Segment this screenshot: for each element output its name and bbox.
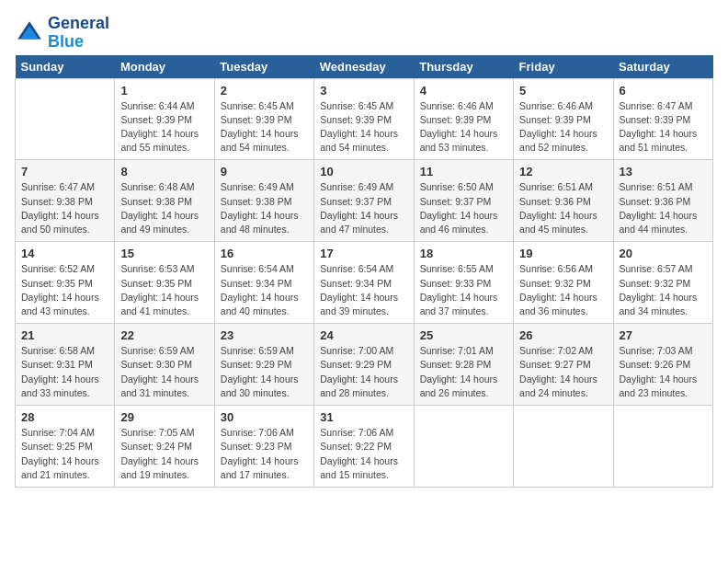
day-info: Sunrise: 6:59 AM Sunset: 9:29 PM Dayligh… bbox=[221, 344, 308, 400]
day-info: Sunrise: 6:50 AM Sunset: 9:37 PM Dayligh… bbox=[420, 180, 507, 236]
calendar-cell: 8Sunrise: 6:48 AM Sunset: 9:38 PM Daylig… bbox=[115, 160, 214, 242]
calendar-cell: 21Sunrise: 6:58 AM Sunset: 9:31 PM Dayli… bbox=[16, 324, 115, 406]
calendar-cell: 24Sunrise: 7:00 AM Sunset: 9:29 PM Dayli… bbox=[314, 324, 414, 406]
day-number: 17 bbox=[320, 247, 407, 260]
calendar-cell bbox=[613, 406, 712, 488]
header-sunday: Sunday bbox=[16, 55, 115, 79]
day-info: Sunrise: 6:55 AM Sunset: 9:33 PM Dayligh… bbox=[420, 262, 507, 318]
day-number: 22 bbox=[120, 328, 208, 342]
week-row-4: 21Sunrise: 6:58 AM Sunset: 9:31 PM Dayli… bbox=[16, 324, 713, 406]
day-number: 27 bbox=[620, 328, 707, 342]
calendar-cell: 29Sunrise: 7:05 AM Sunset: 9:24 PM Dayli… bbox=[115, 406, 214, 488]
logo: General Blue bbox=[15, 15, 109, 52]
day-info: Sunrise: 6:49 AM Sunset: 9:37 PM Dayligh… bbox=[320, 180, 407, 236]
calendar-cell: 28Sunrise: 7:04 AM Sunset: 9:25 PM Dayli… bbox=[16, 406, 115, 488]
calendar-table: SundayMondayTuesdayWednesdayThursdayFrid… bbox=[15, 55, 713, 488]
day-number: 29 bbox=[120, 410, 208, 424]
header-friday: Friday bbox=[514, 55, 613, 79]
day-number: 5 bbox=[519, 84, 607, 98]
logo-text: General Blue bbox=[48, 15, 109, 52]
calendar-cell bbox=[414, 406, 513, 488]
day-info: Sunrise: 7:03 AM Sunset: 9:26 PM Dayligh… bbox=[620, 344, 707, 400]
day-number: 23 bbox=[221, 328, 308, 342]
day-number: 20 bbox=[620, 247, 707, 260]
calendar-cell: 1Sunrise: 6:44 AM Sunset: 9:39 PM Daylig… bbox=[115, 78, 214, 160]
calendar-cell: 17Sunrise: 6:54 AM Sunset: 9:34 PM Dayli… bbox=[314, 242, 414, 324]
calendar-cell: 26Sunrise: 7:02 AM Sunset: 9:27 PM Dayli… bbox=[514, 324, 613, 406]
calendar-cell: 19Sunrise: 6:56 AM Sunset: 9:32 PM Dayli… bbox=[514, 242, 613, 324]
calendar-cell: 9Sunrise: 6:49 AM Sunset: 9:38 PM Daylig… bbox=[214, 160, 313, 242]
day-number: 8 bbox=[120, 165, 208, 178]
day-info: Sunrise: 6:46 AM Sunset: 9:39 PM Dayligh… bbox=[420, 99, 507, 155]
day-info: Sunrise: 6:58 AM Sunset: 9:31 PM Dayligh… bbox=[21, 344, 108, 400]
day-number: 14 bbox=[21, 247, 108, 260]
day-info: Sunrise: 7:05 AM Sunset: 9:24 PM Dayligh… bbox=[120, 426, 208, 482]
calendar-cell: 23Sunrise: 6:59 AM Sunset: 9:29 PM Dayli… bbox=[214, 324, 313, 406]
calendar-cell bbox=[514, 406, 613, 488]
calendar-cell: 16Sunrise: 6:54 AM Sunset: 9:34 PM Dayli… bbox=[214, 242, 313, 324]
day-number: 11 bbox=[420, 165, 507, 178]
day-number: 31 bbox=[320, 410, 407, 424]
calendar-cell: 3Sunrise: 6:45 AM Sunset: 9:39 PM Daylig… bbox=[314, 78, 414, 160]
day-info: Sunrise: 6:54 AM Sunset: 9:34 PM Dayligh… bbox=[320, 262, 407, 318]
logo-icon bbox=[15, 18, 44, 48]
calendar-cell: 5Sunrise: 6:46 AM Sunset: 9:39 PM Daylig… bbox=[514, 78, 613, 160]
day-info: Sunrise: 6:45 AM Sunset: 9:39 PM Dayligh… bbox=[320, 99, 407, 155]
week-row-2: 7Sunrise: 6:47 AM Sunset: 9:38 PM Daylig… bbox=[16, 160, 713, 242]
day-number: 7 bbox=[21, 165, 108, 178]
day-info: Sunrise: 6:45 AM Sunset: 9:39 PM Dayligh… bbox=[221, 99, 308, 155]
calendar-cell: 2Sunrise: 6:45 AM Sunset: 9:39 PM Daylig… bbox=[214, 78, 313, 160]
day-number: 15 bbox=[120, 247, 208, 260]
header-saturday: Saturday bbox=[613, 55, 712, 79]
calendar-cell: 12Sunrise: 6:51 AM Sunset: 9:36 PM Dayli… bbox=[514, 160, 613, 242]
day-number: 2 bbox=[221, 84, 308, 98]
day-info: Sunrise: 7:04 AM Sunset: 9:25 PM Dayligh… bbox=[21, 426, 108, 482]
calendar-header-row: SundayMondayTuesdayWednesdayThursdayFrid… bbox=[16, 55, 713, 79]
calendar-cell: 31Sunrise: 7:06 AM Sunset: 9:22 PM Dayli… bbox=[314, 406, 414, 488]
day-number: 9 bbox=[221, 165, 308, 178]
page-header: General Blue bbox=[15, 15, 713, 52]
calendar-cell: 13Sunrise: 6:51 AM Sunset: 9:36 PM Dayli… bbox=[613, 160, 712, 242]
calendar-cell: 20Sunrise: 6:57 AM Sunset: 9:32 PM Dayli… bbox=[613, 242, 712, 324]
calendar-cell: 18Sunrise: 6:55 AM Sunset: 9:33 PM Dayli… bbox=[414, 242, 513, 324]
day-info: Sunrise: 6:47 AM Sunset: 9:39 PM Dayligh… bbox=[620, 99, 707, 155]
day-number: 6 bbox=[620, 84, 707, 98]
calendar-cell: 7Sunrise: 6:47 AM Sunset: 9:38 PM Daylig… bbox=[16, 160, 115, 242]
week-row-5: 28Sunrise: 7:04 AM Sunset: 9:25 PM Dayli… bbox=[16, 406, 713, 488]
calendar-cell: 22Sunrise: 6:59 AM Sunset: 9:30 PM Dayli… bbox=[115, 324, 214, 406]
header-monday: Monday bbox=[115, 55, 214, 79]
day-number: 16 bbox=[221, 247, 308, 260]
day-info: Sunrise: 6:44 AM Sunset: 9:39 PM Dayligh… bbox=[120, 99, 208, 155]
day-number: 19 bbox=[519, 247, 607, 260]
calendar-cell: 4Sunrise: 6:46 AM Sunset: 9:39 PM Daylig… bbox=[414, 78, 513, 160]
calendar-cell bbox=[16, 78, 115, 160]
week-row-3: 14Sunrise: 6:52 AM Sunset: 9:35 PM Dayli… bbox=[16, 242, 713, 324]
day-info: Sunrise: 7:01 AM Sunset: 9:28 PM Dayligh… bbox=[420, 344, 507, 400]
day-number: 21 bbox=[21, 328, 108, 342]
day-info: Sunrise: 6:59 AM Sunset: 9:30 PM Dayligh… bbox=[120, 344, 208, 400]
day-info: Sunrise: 7:02 AM Sunset: 9:27 PM Dayligh… bbox=[519, 344, 607, 400]
day-number: 30 bbox=[221, 410, 308, 424]
day-number: 4 bbox=[420, 84, 507, 98]
day-number: 13 bbox=[620, 165, 707, 178]
day-info: Sunrise: 6:52 AM Sunset: 9:35 PM Dayligh… bbox=[21, 262, 108, 318]
header-thursday: Thursday bbox=[414, 55, 513, 79]
day-number: 12 bbox=[519, 165, 607, 178]
calendar-cell: 25Sunrise: 7:01 AM Sunset: 9:28 PM Dayli… bbox=[414, 324, 513, 406]
day-info: Sunrise: 6:47 AM Sunset: 9:38 PM Dayligh… bbox=[21, 180, 108, 236]
calendar-cell: 15Sunrise: 6:53 AM Sunset: 9:35 PM Dayli… bbox=[115, 242, 214, 324]
day-info: Sunrise: 6:54 AM Sunset: 9:34 PM Dayligh… bbox=[221, 262, 308, 318]
calendar-cell: 11Sunrise: 6:50 AM Sunset: 9:37 PM Dayli… bbox=[414, 160, 513, 242]
day-info: Sunrise: 6:46 AM Sunset: 9:39 PM Dayligh… bbox=[519, 99, 607, 155]
header-tuesday: Tuesday bbox=[214, 55, 313, 79]
day-info: Sunrise: 7:06 AM Sunset: 9:23 PM Dayligh… bbox=[221, 426, 308, 482]
day-info: Sunrise: 6:49 AM Sunset: 9:38 PM Dayligh… bbox=[221, 180, 308, 236]
calendar-cell: 30Sunrise: 7:06 AM Sunset: 9:23 PM Dayli… bbox=[214, 406, 313, 488]
day-number: 18 bbox=[420, 247, 507, 260]
day-number: 28 bbox=[21, 410, 108, 424]
day-info: Sunrise: 6:51 AM Sunset: 9:36 PM Dayligh… bbox=[519, 180, 607, 236]
day-info: Sunrise: 7:00 AM Sunset: 9:29 PM Dayligh… bbox=[320, 344, 407, 400]
day-number: 10 bbox=[320, 165, 407, 178]
calendar-cell: 27Sunrise: 7:03 AM Sunset: 9:26 PM Dayli… bbox=[613, 324, 712, 406]
week-row-1: 1Sunrise: 6:44 AM Sunset: 9:39 PM Daylig… bbox=[16, 78, 713, 160]
